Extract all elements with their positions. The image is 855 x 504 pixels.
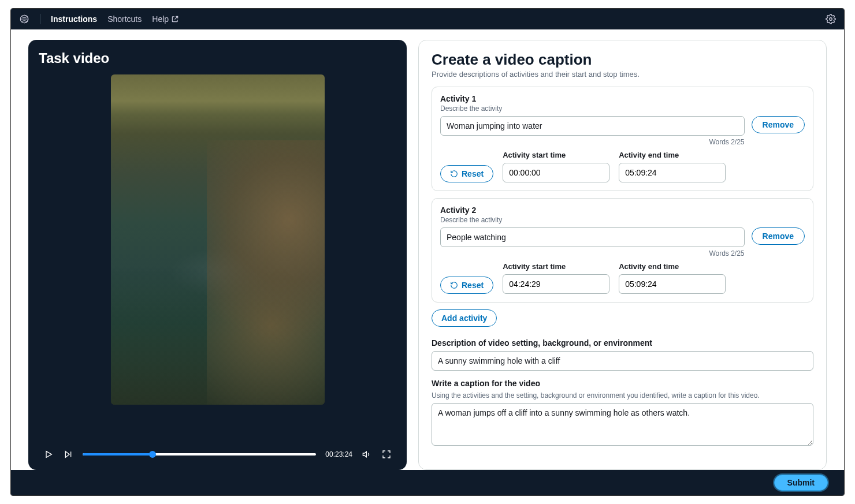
play-icon[interactable] — [43, 449, 54, 460]
activity-description-input[interactable] — [440, 116, 745, 136]
volume-icon[interactable] — [362, 449, 372, 460]
activity-end-input[interactable] — [619, 163, 726, 182]
remove-button[interactable]: Remove — [752, 116, 805, 133]
add-activity-button[interactable]: Add activity — [432, 309, 497, 327]
svg-point-1 — [830, 18, 832, 21]
activity-card-1: Activity 1 Describe the activity Words 2… — [432, 87, 813, 191]
svg-marker-5 — [363, 451, 366, 457]
svg-marker-2 — [46, 451, 51, 458]
nav-instructions[interactable]: Instructions — [51, 14, 97, 24]
reset-label: Reset — [462, 281, 484, 290]
activity-end-input[interactable] — [619, 274, 726, 294]
form-panel: Create a video caption Provide descripti… — [418, 40, 827, 470]
activity-title: Activity 2 — [440, 206, 805, 215]
caption-sublabel: Using the activities and the setting, ba… — [432, 391, 813, 400]
logo-icon — [19, 14, 29, 24]
top-bar: Instructions Shortcuts Help — [11, 9, 844, 29]
divider — [40, 14, 40, 24]
nav-shortcuts[interactable]: Shortcuts — [107, 14, 142, 24]
activity-card-2: Activity 2 Describe the activity Words 2… — [432, 198, 813, 303]
video-placeholder — [111, 74, 325, 405]
caption-label: Write a caption for the video — [432, 379, 813, 388]
video-timecode: 00:23:24 — [325, 450, 352, 458]
activity-start-input[interactable] — [503, 274, 609, 294]
nav-help-label: Help — [152, 14, 169, 24]
end-label: Activity end time — [619, 262, 726, 271]
reset-button[interactable]: Reset — [440, 165, 493, 182]
setting-label: Description of video setting, background… — [432, 338, 813, 348]
setting-input[interactable] — [432, 351, 813, 371]
progress-thumb[interactable] — [149, 451, 156, 458]
svg-marker-3 — [65, 451, 69, 458]
skip-forward-icon[interactable] — [63, 449, 73, 460]
form-subtitle: Provide descriptions of activities and t… — [432, 70, 813, 79]
reset-button[interactable]: Reset — [440, 277, 493, 294]
remove-button[interactable]: Remove — [752, 227, 805, 245]
video-progress[interactable] — [83, 453, 316, 456]
video-frame — [39, 71, 396, 442]
video-title: Task video — [39, 50, 396, 66]
describe-label: Describe the activity — [440, 216, 805, 224]
submit-button[interactable]: Submit — [774, 475, 828, 491]
start-label: Activity start time — [503, 151, 609, 159]
caption-textarea[interactable] — [432, 403, 813, 446]
end-label: Activity end time — [619, 151, 726, 159]
word-count: Words 2/25 — [440, 249, 745, 257]
reset-label: Reset — [462, 169, 484, 178]
footer-bar: Submit — [11, 470, 844, 495]
nav-help[interactable]: Help — [152, 14, 179, 24]
form-title: Create a video caption — [432, 51, 813, 69]
gear-icon[interactable] — [826, 14, 836, 24]
fullscreen-icon[interactable] — [381, 449, 392, 460]
word-count: Words 2/25 — [440, 138, 745, 146]
activity-start-input[interactable] — [503, 163, 609, 182]
describe-label: Describe the activity — [440, 104, 805, 113]
video-controls: 00:23:24 — [39, 442, 396, 463]
start-label: Activity start time — [503, 262, 609, 271]
progress-fill — [83, 453, 153, 456]
video-panel: Task video 00:23:24 — [28, 40, 407, 470]
activity-title: Activity 1 — [440, 94, 805, 103]
activity-description-input[interactable] — [440, 227, 745, 247]
